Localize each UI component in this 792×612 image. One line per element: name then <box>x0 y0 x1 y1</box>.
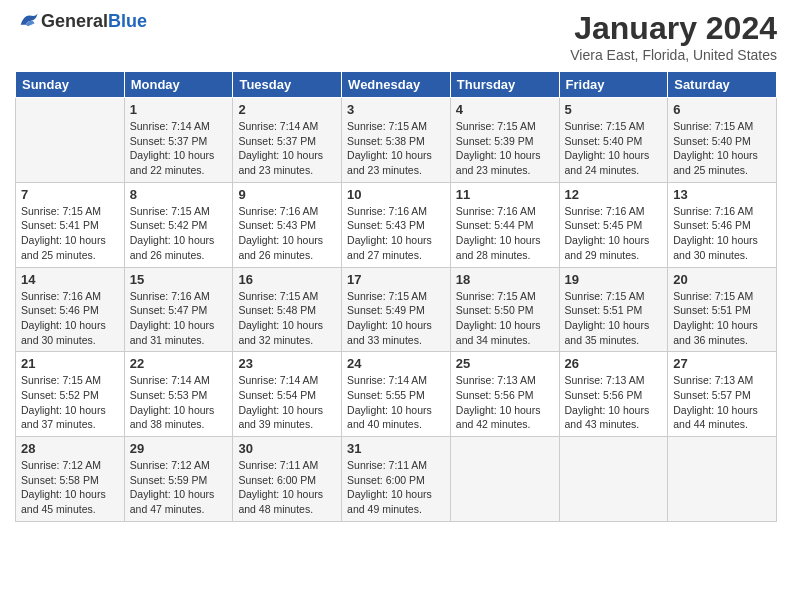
day-number: 20 <box>673 272 771 287</box>
day-number: 1 <box>130 102 228 117</box>
week-row-4: 21Sunrise: 7:15 AM Sunset: 5:52 PM Dayli… <box>16 352 777 437</box>
day-cell: 25Sunrise: 7:13 AM Sunset: 5:56 PM Dayli… <box>450 352 559 437</box>
week-row-3: 14Sunrise: 7:16 AM Sunset: 5:46 PM Dayli… <box>16 267 777 352</box>
day-cell: 14Sunrise: 7:16 AM Sunset: 5:46 PM Dayli… <box>16 267 125 352</box>
day-detail: Sunrise: 7:16 AM Sunset: 5:43 PM Dayligh… <box>347 204 445 263</box>
day-detail: Sunrise: 7:14 AM Sunset: 5:54 PM Dayligh… <box>238 373 336 432</box>
day-detail: Sunrise: 7:14 AM Sunset: 5:55 PM Dayligh… <box>347 373 445 432</box>
day-cell: 22Sunrise: 7:14 AM Sunset: 5:53 PM Dayli… <box>124 352 233 437</box>
title-block: January 2024 Viera East, Florida, United… <box>570 10 777 63</box>
day-cell <box>559 437 668 522</box>
day-detail: Sunrise: 7:11 AM Sunset: 6:00 PM Dayligh… <box>347 458 445 517</box>
day-number: 18 <box>456 272 554 287</box>
day-detail: Sunrise: 7:15 AM Sunset: 5:39 PM Dayligh… <box>456 119 554 178</box>
day-cell: 31Sunrise: 7:11 AM Sunset: 6:00 PM Dayli… <box>342 437 451 522</box>
header-cell-wednesday: Wednesday <box>342 72 451 98</box>
day-detail: Sunrise: 7:15 AM Sunset: 5:48 PM Dayligh… <box>238 289 336 348</box>
week-row-2: 7Sunrise: 7:15 AM Sunset: 5:41 PM Daylig… <box>16 182 777 267</box>
header-cell-tuesday: Tuesday <box>233 72 342 98</box>
day-cell: 10Sunrise: 7:16 AM Sunset: 5:43 PM Dayli… <box>342 182 451 267</box>
day-cell: 27Sunrise: 7:13 AM Sunset: 5:57 PM Dayli… <box>668 352 777 437</box>
day-number: 10 <box>347 187 445 202</box>
day-detail: Sunrise: 7:15 AM Sunset: 5:40 PM Dayligh… <box>565 119 663 178</box>
day-number: 2 <box>238 102 336 117</box>
day-cell: 11Sunrise: 7:16 AM Sunset: 5:44 PM Dayli… <box>450 182 559 267</box>
day-cell: 5Sunrise: 7:15 AM Sunset: 5:40 PM Daylig… <box>559 98 668 183</box>
calendar-table: SundayMondayTuesdayWednesdayThursdayFrid… <box>15 71 777 522</box>
day-number: 7 <box>21 187 119 202</box>
page-header: GeneralBlue January 2024 Viera East, Flo… <box>15 10 777 63</box>
day-number: 17 <box>347 272 445 287</box>
day-number: 22 <box>130 356 228 371</box>
day-detail: Sunrise: 7:12 AM Sunset: 5:58 PM Dayligh… <box>21 458 119 517</box>
day-detail: Sunrise: 7:16 AM Sunset: 5:44 PM Dayligh… <box>456 204 554 263</box>
day-cell: 2Sunrise: 7:14 AM Sunset: 5:37 PM Daylig… <box>233 98 342 183</box>
day-number: 13 <box>673 187 771 202</box>
day-number: 31 <box>347 441 445 456</box>
day-detail: Sunrise: 7:13 AM Sunset: 5:57 PM Dayligh… <box>673 373 771 432</box>
day-cell: 7Sunrise: 7:15 AM Sunset: 5:41 PM Daylig… <box>16 182 125 267</box>
location-subtitle: Viera East, Florida, United States <box>570 47 777 63</box>
day-number: 4 <box>456 102 554 117</box>
day-cell: 17Sunrise: 7:15 AM Sunset: 5:49 PM Dayli… <box>342 267 451 352</box>
day-number: 23 <box>238 356 336 371</box>
calendar-body: 1Sunrise: 7:14 AM Sunset: 5:37 PM Daylig… <box>16 98 777 522</box>
day-detail: Sunrise: 7:12 AM Sunset: 5:59 PM Dayligh… <box>130 458 228 517</box>
header-cell-saturday: Saturday <box>668 72 777 98</box>
day-number: 30 <box>238 441 336 456</box>
logo: GeneralBlue <box>15 10 147 32</box>
day-cell: 9Sunrise: 7:16 AM Sunset: 5:43 PM Daylig… <box>233 182 342 267</box>
day-cell: 13Sunrise: 7:16 AM Sunset: 5:46 PM Dayli… <box>668 182 777 267</box>
day-detail: Sunrise: 7:14 AM Sunset: 5:37 PM Dayligh… <box>238 119 336 178</box>
day-cell: 21Sunrise: 7:15 AM Sunset: 5:52 PM Dayli… <box>16 352 125 437</box>
day-detail: Sunrise: 7:11 AM Sunset: 6:00 PM Dayligh… <box>238 458 336 517</box>
day-cell: 29Sunrise: 7:12 AM Sunset: 5:59 PM Dayli… <box>124 437 233 522</box>
day-number: 29 <box>130 441 228 456</box>
day-cell <box>450 437 559 522</box>
day-number: 28 <box>21 441 119 456</box>
day-cell: 3Sunrise: 7:15 AM Sunset: 5:38 PM Daylig… <box>342 98 451 183</box>
logo-blue-text: Blue <box>108 11 147 31</box>
week-row-1: 1Sunrise: 7:14 AM Sunset: 5:37 PM Daylig… <box>16 98 777 183</box>
day-cell: 15Sunrise: 7:16 AM Sunset: 5:47 PM Dayli… <box>124 267 233 352</box>
day-detail: Sunrise: 7:13 AM Sunset: 5:56 PM Dayligh… <box>565 373 663 432</box>
day-number: 14 <box>21 272 119 287</box>
header-row: SundayMondayTuesdayWednesdayThursdayFrid… <box>16 72 777 98</box>
day-detail: Sunrise: 7:15 AM Sunset: 5:51 PM Dayligh… <box>565 289 663 348</box>
day-detail: Sunrise: 7:15 AM Sunset: 5:51 PM Dayligh… <box>673 289 771 348</box>
day-detail: Sunrise: 7:15 AM Sunset: 5:38 PM Dayligh… <box>347 119 445 178</box>
day-number: 5 <box>565 102 663 117</box>
day-cell: 12Sunrise: 7:16 AM Sunset: 5:45 PM Dayli… <box>559 182 668 267</box>
day-detail: Sunrise: 7:13 AM Sunset: 5:56 PM Dayligh… <box>456 373 554 432</box>
day-number: 19 <box>565 272 663 287</box>
day-cell: 23Sunrise: 7:14 AM Sunset: 5:54 PM Dayli… <box>233 352 342 437</box>
day-cell: 20Sunrise: 7:15 AM Sunset: 5:51 PM Dayli… <box>668 267 777 352</box>
header-cell-friday: Friday <box>559 72 668 98</box>
header-cell-monday: Monday <box>124 72 233 98</box>
day-detail: Sunrise: 7:15 AM Sunset: 5:49 PM Dayligh… <box>347 289 445 348</box>
day-detail: Sunrise: 7:15 AM Sunset: 5:40 PM Dayligh… <box>673 119 771 178</box>
day-cell: 26Sunrise: 7:13 AM Sunset: 5:56 PM Dayli… <box>559 352 668 437</box>
day-cell: 24Sunrise: 7:14 AM Sunset: 5:55 PM Dayli… <box>342 352 451 437</box>
day-detail: Sunrise: 7:14 AM Sunset: 5:53 PM Dayligh… <box>130 373 228 432</box>
header-cell-sunday: Sunday <box>16 72 125 98</box>
day-number: 27 <box>673 356 771 371</box>
day-cell: 6Sunrise: 7:15 AM Sunset: 5:40 PM Daylig… <box>668 98 777 183</box>
day-number: 15 <box>130 272 228 287</box>
day-cell: 1Sunrise: 7:14 AM Sunset: 5:37 PM Daylig… <box>124 98 233 183</box>
day-detail: Sunrise: 7:14 AM Sunset: 5:37 PM Dayligh… <box>130 119 228 178</box>
day-number: 25 <box>456 356 554 371</box>
day-cell: 19Sunrise: 7:15 AM Sunset: 5:51 PM Dayli… <box>559 267 668 352</box>
day-cell: 30Sunrise: 7:11 AM Sunset: 6:00 PM Dayli… <box>233 437 342 522</box>
day-number: 16 <box>238 272 336 287</box>
day-number: 9 <box>238 187 336 202</box>
day-detail: Sunrise: 7:15 AM Sunset: 5:52 PM Dayligh… <box>21 373 119 432</box>
day-detail: Sunrise: 7:16 AM Sunset: 5:47 PM Dayligh… <box>130 289 228 348</box>
day-cell: 18Sunrise: 7:15 AM Sunset: 5:50 PM Dayli… <box>450 267 559 352</box>
day-detail: Sunrise: 7:16 AM Sunset: 5:46 PM Dayligh… <box>673 204 771 263</box>
logo-icon <box>17 10 39 32</box>
day-number: 24 <box>347 356 445 371</box>
day-number: 8 <box>130 187 228 202</box>
day-detail: Sunrise: 7:15 AM Sunset: 5:42 PM Dayligh… <box>130 204 228 263</box>
day-cell: 16Sunrise: 7:15 AM Sunset: 5:48 PM Dayli… <box>233 267 342 352</box>
